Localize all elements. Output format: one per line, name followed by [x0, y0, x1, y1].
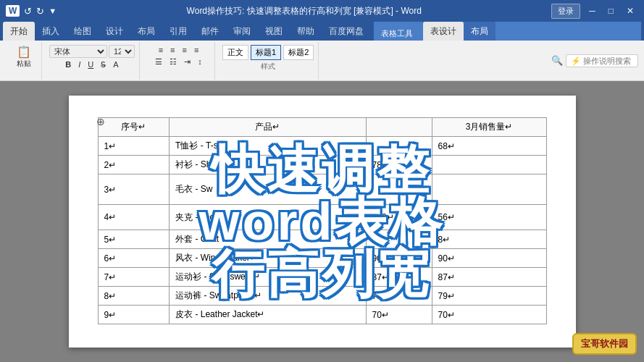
style-heading2[interactable]: 标题2 — [283, 45, 314, 60]
para-row1: ≡ ≡ ≡ ≡ — [156, 45, 202, 55]
strikethrough-button[interactable]: S̶ — [98, 59, 109, 70]
underline-button[interactable]: U — [85, 59, 96, 70]
document-table: 序号↵ 产品↵ 3月销售量↵ 1↵ T恤衫 - T-sh 68↵ 2↵ 衬衫 -… — [98, 117, 547, 324]
font-row2: B I U S̶ A — [62, 59, 121, 70]
table-row: 4↵ 夹克 - Jacket 150↵ 56↵ — [98, 205, 546, 230]
bold-button[interactable]: B — [62, 59, 74, 70]
align-left-button[interactable]: ≡ — [156, 45, 166, 55]
col-header-product: 产品↵ — [170, 118, 366, 137]
tab-design[interactable]: 设计 — [99, 22, 130, 41]
search-box: 🔍 — [551, 54, 638, 67]
ribbon-bar: 📋 粘贴 宋体 12 B I U S̶ A ≡ ≡ ≡ ≡ ☰ — [0, 41, 644, 81]
tab-layout[interactable]: 布局 — [130, 22, 162, 41]
cell-id: 2↵ — [98, 156, 170, 174]
cell-col3 — [366, 174, 432, 205]
table-row: 9↵ 皮衣 - Leather Jacket↵ 70↵ 70↵ — [98, 306, 546, 324]
font-size-select[interactable]: 12 — [109, 45, 135, 58]
cell-id: 6↵ — [98, 249, 170, 268]
number-list-button[interactable]: ☷ — [167, 56, 180, 67]
font-name-select[interactable]: 宋体 — [49, 45, 107, 58]
tab-view[interactable]: 视图 — [258, 22, 290, 41]
title-bar: W ↺ ↻ ▼ Word操作技巧: 快速调整表格的行高和列宽 [兼容模式] - … — [0, 0, 644, 22]
cell-col3: 79↵ — [366, 287, 432, 306]
search-icon: 🔍 — [551, 55, 563, 66]
cell-id: 5↵ — [98, 230, 170, 249]
tab-mailings[interactable]: 邮件 — [194, 22, 226, 41]
cell-sales: 87↵ — [432, 268, 546, 287]
italic-button[interactable]: I — [75, 59, 83, 70]
col-header-sales: 3月销售量↵ — [432, 118, 546, 137]
font-row1: 宋体 12 — [49, 45, 135, 58]
cell-sales: 90↵ — [432, 249, 546, 268]
table-tool-context: 表格工具 表设计 布局 — [374, 22, 641, 41]
cell-id: 4↵ — [98, 205, 170, 230]
ribbon-group-clipboard: 📋 粘贴 — [6, 42, 42, 80]
styles-label: 样式 — [261, 62, 275, 72]
table-row: 8↵ 运动裤 - Sweatpants↵ 79↵ 79↵ — [98, 287, 546, 306]
cell-id: 3↵ — [98, 174, 170, 205]
align-right-button[interactable]: ≡ — [180, 45, 190, 55]
ribbon-tabs: 开始 插入 绘图 设计 布局 引用 邮件 审阅 视图 帮助 百度网盘 表格工具 … — [0, 22, 644, 41]
cell-id: 9↵ — [98, 306, 170, 324]
cell-sales: 79↵ — [432, 287, 546, 306]
cell-product: 运动裤 - Sweatpants↵ — [170, 287, 366, 306]
cell-sales: 68↵ — [432, 137, 546, 156]
cell-id: 1↵ — [98, 137, 170, 156]
table-row: 6↵ 风衣 - Windbreaker↵ 90↵ 90↵ — [98, 249, 546, 268]
tab-help[interactable]: 帮助 — [290, 22, 322, 41]
table-tool-label: 表格工具 — [374, 27, 420, 41]
tab-references[interactable]: 引用 — [162, 22, 194, 41]
close-btn[interactable]: ✕ — [622, 6, 638, 16]
add-column-handle[interactable]: ⊕ — [96, 116, 105, 127]
cell-sales: 56↵ — [432, 205, 546, 230]
cell-sales: 8↵ — [432, 230, 546, 249]
cell-col3 — [366, 230, 432, 249]
tab-baidu[interactable]: 百度网盘 — [322, 22, 371, 41]
cell-col3: 150↵ — [366, 205, 432, 230]
tab-table-layout[interactable]: 布局 — [464, 22, 495, 41]
bullet-list-button[interactable]: ☰ — [152, 56, 165, 67]
align-center-button[interactable]: ≡ — [167, 45, 177, 55]
undo-btn[interactable]: ↺ — [24, 6, 32, 17]
tab-review[interactable]: 审阅 — [226, 22, 258, 41]
cell-sales — [432, 174, 546, 205]
tab-draw[interactable]: 绘图 — [67, 22, 99, 41]
paste-icon: 📋 — [17, 46, 31, 58]
style-normal[interactable]: 正文 — [222, 45, 248, 60]
redo-btn[interactable]: ↻ — [36, 6, 44, 17]
cell-col3: 70↵ — [366, 306, 432, 324]
paste-button[interactable]: 📋 粘贴 — [12, 45, 35, 70]
search-input[interactable] — [566, 54, 638, 67]
cell-sales — [432, 156, 546, 174]
tab-insert[interactable]: 插入 — [35, 22, 67, 41]
cell-product: 皮衣 - Leather Jacket↵ — [170, 306, 366, 324]
style-heading1[interactable]: 标题1 — [251, 45, 281, 60]
table-row: 1↵ T恤衫 - T-sh 68↵ — [98, 137, 546, 156]
cell-product: 外套 - Coat — [170, 230, 366, 249]
title-bar-left: W ↺ ↻ ▼ — [6, 5, 57, 17]
title-bar-right: 登录 ─ □ ✕ — [551, 4, 638, 19]
col-header-col3 — [366, 118, 432, 137]
table-header-row: 序号↵ 产品↵ 3月销售量↵ — [98, 118, 546, 137]
title-bar-title: Word操作技巧: 快速调整表格的行高和列宽 [兼容模式] - Word — [57, 5, 551, 17]
maximize-btn[interactable]: □ — [604, 6, 618, 16]
tab-start[interactable]: 开始 — [3, 22, 35, 41]
para-row2: ☰ ☷ ⇥ ↕ — [152, 56, 205, 67]
cell-col3 — [366, 137, 432, 156]
font-color-button[interactable]: A — [110, 59, 121, 70]
pin-btn[interactable]: ▼ — [49, 7, 57, 15]
justify-button[interactable]: ≡ — [191, 45, 201, 55]
cell-col3: 87↵ — [366, 268, 432, 287]
line-spacing-button[interactable]: ↕ — [195, 56, 205, 67]
table-row: 3↵ 毛衣 - Sw — [98, 174, 546, 205]
word-logo: W — [6, 5, 20, 17]
ribbon-group-styles: 正文 标题1 标题2 样式 — [218, 42, 319, 80]
cell-product: T恤衫 - T-sh — [170, 137, 366, 156]
cell-id: 7↵ — [98, 268, 170, 287]
login-button[interactable]: 登录 — [551, 4, 580, 19]
cell-product: 衬衫 - Shirt — [170, 156, 366, 174]
indent-button[interactable]: ⇥ — [181, 56, 193, 67]
col-header-id: 序号↵ — [98, 118, 170, 137]
minimize-btn[interactable]: ─ — [585, 6, 600, 16]
tab-table-design[interactable]: 表设计 — [423, 22, 464, 41]
